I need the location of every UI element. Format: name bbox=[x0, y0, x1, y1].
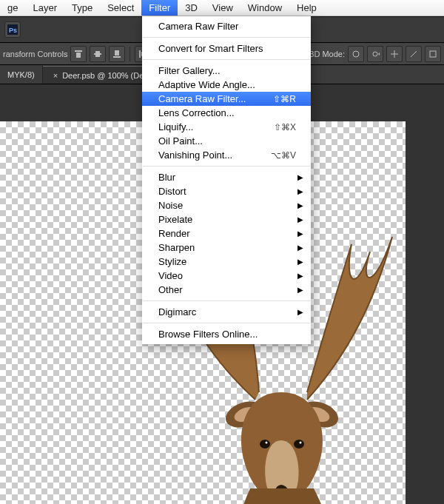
menu-item-shortcut: ⇧⌘X bbox=[274, 122, 296, 132]
menu-item[interactable]: Oil Paint... bbox=[142, 134, 311, 148]
submenu-arrow-icon: ▶ bbox=[297, 308, 303, 316]
menu-item-label: Sharpen bbox=[158, 242, 296, 253]
3d-slide-icon[interactable] bbox=[406, 46, 422, 62]
menu-item-label: Pixelate bbox=[158, 214, 296, 225]
svg-rect-8 bbox=[139, 50, 141, 58]
svg-rect-7 bbox=[115, 50, 119, 56]
menu-item-label: Digimarc bbox=[158, 306, 296, 317]
menu-item[interactable]: Other▶ bbox=[142, 283, 311, 297]
menu-item-shortcut: ⌥⌘V bbox=[271, 150, 296, 161]
svg-text:Ps: Ps bbox=[9, 27, 17, 34]
menu-item[interactable]: Blur▶ bbox=[142, 170, 311, 184]
divider bbox=[130, 47, 130, 61]
filter-menu-popup: Camera Raw FilterConvert for Smart Filte… bbox=[142, 16, 311, 344]
ps-logo-icon[interactable]: Ps bbox=[4, 21, 21, 38]
3d-roll-icon[interactable] bbox=[367, 46, 383, 62]
menu-item[interactable]: Camera Raw Filter...⇧⌘R bbox=[142, 92, 311, 106]
submenu-arrow-icon: ▶ bbox=[297, 215, 303, 224]
menu-item-label: Blur bbox=[158, 172, 296, 183]
menu-3d[interactable]: 3D bbox=[178, 0, 205, 16]
menu-item-label: Video bbox=[158, 270, 296, 281]
menu-help[interactable]: Help bbox=[289, 0, 324, 16]
close-icon[interactable]: × bbox=[53, 71, 58, 80]
menu-window[interactable]: Window bbox=[240, 0, 289, 16]
menu-separator bbox=[143, 59, 310, 60]
menu-item[interactable]: Digimarc▶ bbox=[142, 305, 311, 319]
submenu-arrow-icon: ▶ bbox=[297, 173, 303, 181]
tab-label: Deer.psb @ 100% (Deer, bbox=[62, 71, 152, 80]
menu-item[interactable]: Convert for Smart Filters bbox=[142, 41, 311, 56]
svg-rect-3 bbox=[76, 53, 81, 58]
menu-item-label: Render bbox=[158, 228, 296, 239]
menu-item-label: Stylize bbox=[158, 256, 296, 267]
transform-controls-label: ransform Controls bbox=[3, 50, 67, 58]
menu-item[interactable]: Noise▶ bbox=[142, 198, 311, 212]
svg-point-11 bbox=[373, 52, 377, 56]
submenu-arrow-icon: ▶ bbox=[297, 286, 303, 294]
menu-item-label: Noise bbox=[158, 200, 296, 211]
menu-filter[interactable]: Filter bbox=[141, 0, 178, 16]
menu-separator bbox=[143, 37, 310, 38]
submenu-arrow-icon: ▶ bbox=[297, 229, 303, 238]
menu-item[interactable]: Adaptive Wide Angle... bbox=[142, 78, 311, 92]
menu-item[interactable]: Distort▶ bbox=[142, 184, 311, 198]
menu-item[interactable]: Browse Filters Online... bbox=[142, 327, 311, 341]
menu-separator bbox=[143, 323, 310, 323]
submenu-arrow-icon: ▶ bbox=[297, 258, 303, 266]
3d-orbit-icon[interactable] bbox=[348, 46, 364, 62]
3d-scale-icon[interactable] bbox=[425, 46, 441, 62]
menu-item-label: Convert for Smart Filters bbox=[158, 43, 296, 54]
menu-item-label: Filter Gallery... bbox=[158, 65, 296, 76]
menu-select[interactable]: Select bbox=[100, 0, 141, 16]
menu-item-label: Camera Raw Filter... bbox=[158, 93, 273, 104]
menu-item[interactable]: Vanishing Point...⌥⌘V bbox=[142, 148, 311, 162]
3d-pan-icon[interactable] bbox=[386, 46, 403, 62]
menu-item[interactable]: Liquify...⇧⌘X bbox=[142, 120, 311, 134]
svg-rect-12 bbox=[430, 51, 436, 57]
align-vcenter-icon[interactable] bbox=[90, 46, 106, 62]
menu-item-label: Oil Paint... bbox=[158, 135, 296, 147]
submenu-arrow-icon: ▶ bbox=[297, 201, 303, 209]
menu-item-label: Distort bbox=[158, 186, 296, 197]
menu-item[interactable]: Render▶ bbox=[142, 226, 311, 241]
3d-mode-label: 3D Mode: bbox=[309, 50, 345, 58]
menu-separator bbox=[143, 300, 310, 301]
svg-rect-6 bbox=[113, 56, 121, 58]
menu-item-shortcut: ⇧⌘R bbox=[273, 94, 296, 104]
tab-label: MYK/8) bbox=[7, 70, 35, 79]
os-menubar: ge Layer Type Select Filter 3D View Wind… bbox=[0, 0, 444, 16]
menu-item-label: Lens Correction... bbox=[158, 107, 296, 118]
menu-item-label: Camera Raw Filter bbox=[158, 21, 296, 32]
align-top-icon[interactable] bbox=[70, 46, 87, 62]
menu-item[interactable]: Lens Correction... bbox=[142, 106, 311, 120]
submenu-arrow-icon: ▶ bbox=[297, 272, 303, 280]
svg-rect-5 bbox=[95, 51, 100, 57]
menu-item[interactable]: Filter Gallery... bbox=[142, 64, 311, 78]
menu-image[interactable]: ge bbox=[0, 0, 25, 16]
menu-item-label: Liquify... bbox=[158, 121, 274, 132]
menu-item[interactable]: Camera Raw Filter bbox=[142, 19, 311, 33]
svg-rect-2 bbox=[75, 50, 82, 52]
document-tab[interactable]: MYK/8) bbox=[0, 66, 43, 84]
menu-item-label: Browse Filters Online... bbox=[158, 329, 296, 340]
menu-item[interactable]: Stylize▶ bbox=[142, 255, 311, 269]
menu-type[interactable]: Type bbox=[64, 0, 100, 16]
align-bottom-icon[interactable] bbox=[109, 46, 125, 62]
menu-item[interactable]: Pixelate▶ bbox=[142, 212, 311, 226]
menu-layer[interactable]: Layer bbox=[25, 0, 64, 16]
submenu-arrow-icon: ▶ bbox=[297, 187, 303, 195]
submenu-arrow-icon: ▶ bbox=[297, 243, 303, 252]
svg-point-10 bbox=[353, 51, 359, 57]
menu-view[interactable]: View bbox=[205, 0, 240, 16]
menu-item-label: Other bbox=[158, 284, 296, 295]
menu-item[interactable]: Sharpen▶ bbox=[142, 241, 311, 255]
menu-item-label: Vanishing Point... bbox=[158, 149, 271, 161]
menu-item-label: Adaptive Wide Angle... bbox=[158, 79, 296, 90]
menu-item[interactable]: Video▶ bbox=[142, 269, 311, 283]
menu-separator bbox=[143, 166, 310, 167]
